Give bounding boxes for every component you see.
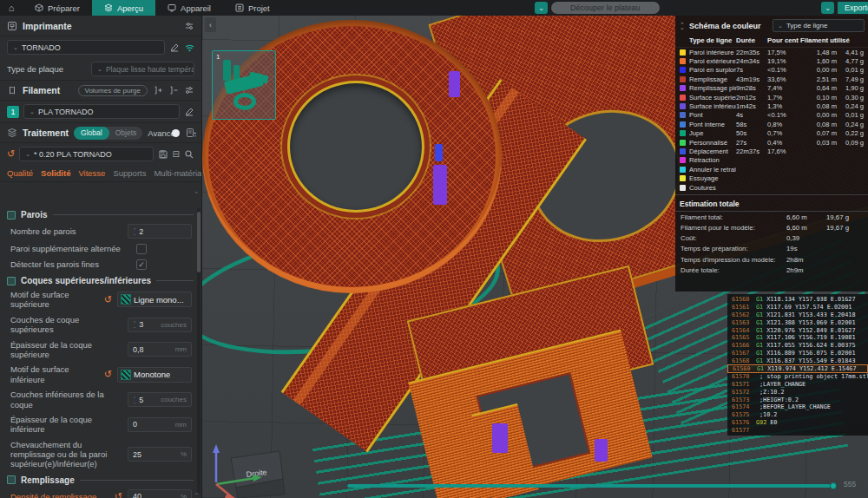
estimation-row: Filament pour le modèle: 6,60 m 19,67 g — [675, 222, 868, 233]
global-objects-toggle[interactable]: Global Objets — [74, 127, 142, 140]
gcode-line[interactable]: 61568 G1 X116.837 Y155.549 E.01843 — [727, 357, 868, 364]
reset-setting-icon[interactable]: ↺ — [115, 492, 122, 498]
gcode-viewer-panel: 61560 G1 X118.134 Y157.938 E.01627 61561… — [727, 294, 868, 436]
printer-settings-icon[interactable] — [184, 21, 194, 31]
reset-setting-icon[interactable]: ↺ — [104, 295, 112, 305]
gcode-line[interactable]: 61563 G1 X121.388 Y153.069 E.02001 — [727, 318, 868, 326]
col-percent: Pour cent — [767, 36, 800, 44]
gcode-line[interactable]: 61574 ;BEFORE_LAYER_CHANGE — [727, 403, 868, 411]
gcode-line[interactable]: 61576 G92 E0 — [727, 419, 868, 427]
gcode-line[interactable]: 61562 G1 X121.831 Y153.433 E.20418 — [727, 311, 868, 319]
purge-volumes-button[interactable]: Volumes de purge — [78, 85, 148, 96]
segment-objects[interactable]: Objets — [109, 128, 143, 137]
gcode-line[interactable]: 61566 G1 X117.055 Y156.624 E.00375 — [727, 342, 868, 350]
top-surface-pattern-combo[interactable]: Ligne mono... — [117, 292, 192, 307]
export-button[interactable]: Exporter le fic — [838, 2, 868, 14]
add-filament-icon[interactable] — [153, 85, 163, 95]
gcode-args: X117.69 Y157.574 E.02001 — [766, 304, 852, 311]
wifi-icon[interactable] — [184, 43, 194, 53]
line-type-label: Pont — [689, 111, 736, 119]
collapse-thumbnails-icon[interactable]: ‹ — [205, 17, 216, 32]
home-icon[interactable]: ⌂ — [0, 0, 23, 16]
process-tab[interactable]: Multi-matériaux — [154, 168, 201, 181]
process-preset-combo[interactable]: ⌄ * 0.20 PLA TORNADO — [19, 147, 153, 161]
gcode-line[interactable]: 61564 G1 X120.976 Y152.849 E.01627 — [727, 326, 868, 334]
gcode-line[interactable]: 61575 ;10.2 — [727, 411, 868, 419]
gcode-line[interactable]: 61565 G1 X117.106 Y156.719 E.19081 — [727, 334, 868, 342]
move-slider-handle[interactable] — [830, 482, 837, 489]
gcode-line[interactable]: 61569 G1 X119.974 Y152.412 E.15467 — [727, 364, 868, 373]
slice-dropdown-icon[interactable]: ⌄ — [535, 2, 548, 14]
reset-setting-icon[interactable]: ↺ — [104, 370, 112, 379]
printer-preset-combo[interactable]: ⌄ TORNADO — [7, 40, 165, 55]
sidebar-scrollbar-thumb[interactable] — [197, 212, 201, 272]
bottom-shell-layers-stepper[interactable]: ⌃⌄ 5 couches — [128, 392, 192, 407]
stepper-arrows-icon[interactable]: ⌃⌄ — [133, 396, 136, 403]
setting-row: Motif de surface supérieure ↺ Ligne mono… — [0, 287, 202, 312]
filament-settings-icon[interactable] — [184, 85, 194, 95]
setting-unit: % — [181, 493, 187, 498]
view-type-combo[interactable]: ⌄ Type de ligne — [773, 19, 865, 32]
plate-thumbnail[interactable]: 1 — [212, 50, 276, 120]
scroll-down-icon[interactable]: ⌄ — [194, 489, 199, 496]
top-shell-layers-stepper[interactable]: ⌃⌄ 3 couches — [128, 318, 192, 332]
tab-prepare[interactable]: Préparer — [23, 0, 92, 16]
gcode-line[interactable]: 61560 G1 X118.134 Y157.938 E.01627 — [727, 296, 868, 304]
export-dropdown-icon[interactable]: ⌄ — [821, 2, 834, 14]
gcode-line[interactable]: 61577 — [727, 426, 868, 434]
tab-device[interactable]: Appareil — [155, 0, 223, 16]
legend-row: Annuler le retrait — [675, 165, 868, 174]
plate-type-combo[interactable]: ⌄ Plaque lisse haute température — [91, 62, 194, 76]
process-tab[interactable]: Supports — [113, 168, 146, 181]
gcode-command: G1 — [756, 350, 763, 357]
detect-thin-walls-checkbox[interactable]: ✓ — [136, 259, 147, 270]
estimation-rows: Filament total: 6,60 m 19,67 g Filament … — [675, 212, 868, 275]
gcode-line[interactable]: 61573 ;HEIGHT:0.2 — [727, 396, 868, 403]
tab-preview[interactable]: Aperçu — [92, 0, 155, 16]
gcode-line[interactable]: 61571 ;LAYER_CHANGE — [727, 381, 868, 389]
orientation-gizmo[interactable]: Droite — [205, 442, 295, 498]
stepper-arrows-icon[interactable]: ⌃⌄ — [133, 228, 136, 235]
printer-preset-value: TORNADO — [22, 43, 61, 52]
gcode-line[interactable]: 61572 ;Z:10.2 — [727, 388, 868, 396]
compare-presets-icon[interactable] — [186, 128, 196, 138]
gcode-line[interactable]: 61567 G1 X116.889 Y156.075 E.02001 — [727, 350, 868, 357]
slice-group: ⌄ Découper le plateau — [535, 2, 660, 14]
line-type-label: Pont interne — [689, 121, 736, 128]
alternate-extra-wall-checkbox[interactable] — [136, 244, 147, 254]
legend-row: Pont 4s <0.1% 0,00 m 0,01 g — [675, 111, 868, 120]
move-slider[interactable]: 555 — [347, 482, 838, 489]
estimation-value-1: 6,60 m — [786, 224, 826, 232]
segment-global[interactable]: Global — [74, 127, 109, 140]
filament-preset-combo[interactable]: ⌄ PLA TORNADO — [23, 104, 180, 119]
slice-plate-button[interactable]: Découper le plateau — [551, 2, 660, 14]
edit-filament-icon[interactable] — [184, 107, 194, 117]
delete-preset-icon[interactable]: ⊟ — [173, 149, 180, 159]
remove-filament-icon[interactable] — [168, 85, 179, 95]
line-type-label: Déplacement — [689, 147, 736, 155]
gcode-line[interactable]: 61570 ; stop printing object 17mm.stl id… — [727, 373, 868, 381]
bottom-shell-thickness-input[interactable]: 0 mm — [128, 417, 192, 432]
process-tab[interactable]: Vitesse — [78, 168, 105, 181]
wall-loops-stepper[interactable]: ⌃⌄ 2 — [128, 224, 192, 239]
tab-project[interactable]: Projet — [223, 0, 282, 16]
top-shell-thickness-input[interactable]: 0,8 mm — [128, 342, 192, 357]
gcode-line-number: 61565 — [732, 334, 753, 341]
edit-printer-icon[interactable] — [169, 43, 180, 53]
infill-density-input[interactable]: 40 % — [128, 489, 192, 498]
bottom-surface-pattern-combo[interactable]: Monotone — [117, 367, 192, 383]
scroll-up-icon[interactable]: ⌃ — [194, 191, 199, 198]
search-icon[interactable] — [184, 149, 194, 160]
filament-slot-badge[interactable]: 1 — [7, 106, 19, 118]
collapse-panel-icon[interactable]: ⌃⌄ — [680, 23, 685, 29]
gcode-line[interactable]: 61561 G1 X117.69 Y157.574 E.02001 — [727, 304, 868, 311]
save-preset-icon[interactable] — [158, 149, 168, 160]
process-tab[interactable]: Qualité — [7, 168, 33, 181]
stepper-arrows-icon[interactable]: ⌃⌄ — [133, 321, 136, 328]
settings-scroll-area[interactable]: Parois Nombre de parois ⌃⌄ 2 Paroi suppl… — [0, 203, 202, 498]
infill-wall-overlap-input[interactable]: 25 % — [128, 447, 192, 462]
tab-preview-label: Aperçu — [117, 3, 143, 13]
move-slider-track[interactable] — [347, 484, 838, 488]
process-tab[interactable]: Solidité — [41, 168, 70, 182]
reset-preset-icon[interactable]: ↺ — [7, 149, 15, 159]
